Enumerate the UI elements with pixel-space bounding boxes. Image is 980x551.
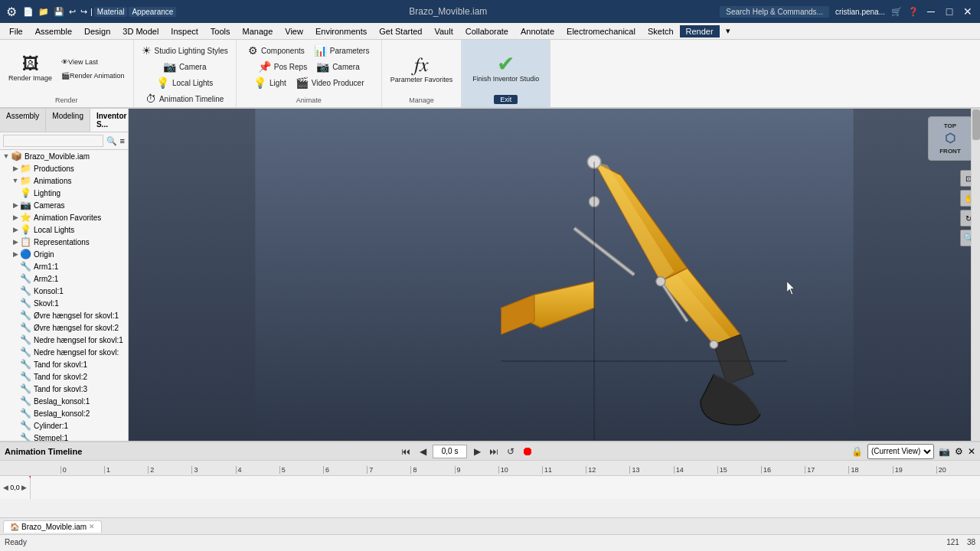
tree-item[interactable]: ▼ 📁 Animations bbox=[0, 174, 128, 187]
tree-expander[interactable]: ▶ bbox=[11, 226, 20, 233]
animation-timeline-btn[interactable]: ⏱ Animation Timeline bbox=[142, 91, 227, 106]
menu-assemble[interactable]: Assemble bbox=[29, 25, 78, 37]
record-btn[interactable]: ⏺ bbox=[521, 445, 534, 458]
tree-expander[interactable]: ▼ bbox=[2, 152, 11, 160]
tree-expander[interactable]: ▶ bbox=[11, 238, 20, 246]
render-image-btn[interactable]: 🖼 Render Image bbox=[5, 46, 56, 92]
components-btn[interactable]: ⚙ Components bbox=[245, 43, 308, 58]
search-bar[interactable]: Search Help & Commands... bbox=[720, 6, 829, 18]
light-btn[interactable]: 💡 Light bbox=[250, 75, 289, 90]
material-dropdown[interactable]: Material bbox=[94, 7, 128, 17]
finish-inventor-studio-btn[interactable]: ✔ Finish Inventor Studio bbox=[466, 52, 545, 84]
tree-item[interactable]: ▶ 📁 Productions bbox=[0, 162, 128, 174]
appearance-dropdown[interactable]: Appearance bbox=[129, 7, 176, 17]
undo-btn[interactable]: ↩ bbox=[67, 7, 77, 17]
play-btn[interactable]: ▶ bbox=[470, 446, 484, 457]
tree-item[interactable]: 🔧 Cylinder:1 bbox=[0, 419, 128, 432]
tree-item[interactable]: 🔧 Øvre hængsel for skovl:1 bbox=[0, 309, 128, 321]
new-btn[interactable]: 📄 bbox=[21, 7, 35, 17]
tree-item[interactable]: 💡 Lighting bbox=[0, 187, 128, 199]
tree-expander[interactable]: ▶ bbox=[11, 201, 20, 209]
tree-item[interactable]: 🔧 Arm1:1 bbox=[0, 260, 128, 272]
menu-extra[interactable]: ▾ bbox=[720, 24, 737, 37]
camera-btn[interactable]: 📷 Camera bbox=[160, 59, 210, 74]
anim-settings-icon[interactable]: ⚙ bbox=[955, 446, 963, 457]
tab-assembly[interactable]: Assembly bbox=[0, 109, 46, 132]
save-btn[interactable]: 💾 bbox=[52, 7, 66, 17]
local-lights-btn[interactable]: 💡 Local Lights bbox=[153, 75, 216, 90]
menu-3dmodel[interactable]: 3D Model bbox=[116, 25, 165, 37]
tree-item[interactable]: 🔧 Nedre hængsel for skovl:1 bbox=[0, 334, 128, 346]
tree-item[interactable]: 🔧 Tand for skovl:3 bbox=[0, 383, 128, 395]
loop-btn[interactable]: ↺ bbox=[504, 446, 518, 457]
tree-expander[interactable]: ▶ bbox=[11, 214, 20, 221]
tree-expander[interactable]: ▶ bbox=[11, 165, 20, 172]
tree-item[interactable]: 🔧 Beslag_konsol:1 bbox=[0, 395, 128, 407]
tree-item[interactable]: ▶ 📷 Cameras bbox=[0, 199, 128, 211]
tree-item[interactable]: 🔧 Øvre hængsel for skovl:2 bbox=[0, 321, 128, 334]
time-dec-btn[interactable]: ◀ bbox=[3, 484, 8, 491]
close-btn[interactable]: ✕ bbox=[962, 5, 974, 18]
scrollbar-thumb[interactable] bbox=[972, 109, 980, 140]
tree-item[interactable]: ▶ 💡 Local Lights bbox=[0, 223, 128, 236]
sidebar-menu-icon[interactable]: ≡ bbox=[120, 136, 125, 145]
menu-file[interactable]: File bbox=[3, 25, 29, 37]
tree-item[interactable]: 🔧 Tand for skovl:1 bbox=[0, 358, 128, 370]
menu-sketch[interactable]: Sketch bbox=[642, 25, 680, 37]
tree-expander[interactable]: ▼ bbox=[11, 177, 20, 184]
tree-item[interactable]: 🔧 Stempel:1 bbox=[0, 432, 128, 441]
menu-design[interactable]: Design bbox=[78, 25, 116, 37]
camera-settings-icon[interactable]: 📷 bbox=[939, 446, 950, 457]
menu-inspect[interactable]: Inspect bbox=[165, 25, 204, 37]
help-icon[interactable]: ❓ bbox=[908, 7, 919, 17]
tab-modeling[interactable]: Modeling bbox=[46, 109, 90, 132]
tree-item[interactable]: ▼ 📦 Brazo_Movible.iam bbox=[0, 150, 128, 162]
menu-collaborate[interactable]: Collaborate bbox=[459, 25, 514, 37]
tree-item[interactable]: 🔧 Konsol:1 bbox=[0, 285, 128, 297]
menu-get-started[interactable]: Get Started bbox=[373, 25, 428, 37]
tree-item[interactable]: ▶ ⭐ Animation Favorites bbox=[0, 211, 128, 223]
tree-item[interactable]: 🔧 Beslag_konsol:2 bbox=[0, 407, 128, 419]
bottom-tab-close[interactable]: ✕ bbox=[89, 523, 95, 530]
pos-reps-btn[interactable]: 📌 Pos Reps bbox=[255, 59, 310, 74]
sidebar-search-input[interactable] bbox=[3, 135, 103, 147]
open-btn[interactable]: 📁 bbox=[37, 7, 51, 17]
parameter-favorites-btn[interactable]: 𝑓𝑥 Parameter Favorites bbox=[387, 46, 457, 92]
sidebar-search-icon[interactable]: 🔍 bbox=[106, 136, 117, 146]
menu-electromechanical[interactable]: Electromechanical bbox=[560, 25, 642, 37]
view-last-btn[interactable]: 👁 View Last bbox=[57, 56, 129, 68]
go-to-start-btn[interactable]: ⏮ bbox=[399, 446, 413, 457]
menu-environments[interactable]: Environments bbox=[309, 25, 373, 37]
menu-tools[interactable]: Tools bbox=[204, 25, 237, 37]
redo-btn[interactable]: ↪ bbox=[79, 7, 89, 17]
anim-close-btn[interactable]: ✕ bbox=[968, 446, 975, 457]
maximize-btn[interactable]: □ bbox=[943, 5, 956, 18]
time-inc-btn[interactable]: ▶ bbox=[21, 484, 27, 491]
menu-annotate[interactable]: Annotate bbox=[514, 25, 560, 37]
tree-item[interactable]: 🔧 Nedre hængsel for skovl: bbox=[0, 346, 128, 358]
menu-manage[interactable]: Manage bbox=[237, 25, 279, 37]
animate-camera-btn[interactable]: 📷 Camera bbox=[313, 59, 363, 74]
tab-inventor-studio[interactable]: Inventor S... bbox=[90, 109, 129, 132]
tree-item[interactable]: ▶ 🔵 Origin bbox=[0, 248, 128, 260]
minimize-btn[interactable]: ─ bbox=[925, 5, 937, 18]
view-select[interactable]: (Current View) bbox=[867, 444, 934, 459]
user-account[interactable]: cristian.pena... bbox=[835, 8, 885, 16]
bottom-tab-file[interactable]: 🏠 Brazo_Movible.iam ✕ bbox=[3, 520, 102, 533]
tree-item[interactable]: 🔧 Skovl:1 bbox=[0, 297, 128, 309]
time-input[interactable]: 0,0 s bbox=[433, 445, 467, 458]
tree-item[interactable]: ▶ 📋 Representations bbox=[0, 236, 128, 248]
menu-vault[interactable]: Vault bbox=[428, 25, 459, 37]
timeline-track-area[interactable] bbox=[31, 476, 980, 499]
parameters-btn[interactable]: 📊 Parameters bbox=[311, 43, 373, 58]
tree-item[interactable]: 🔧 Tand for skovl:2 bbox=[0, 370, 128, 383]
menu-render[interactable]: Render bbox=[680, 25, 720, 37]
cart-icon[interactable]: 🛒 bbox=[891, 7, 902, 17]
tree-item[interactable]: 🔧 Arm2:1 bbox=[0, 272, 128, 285]
nav-cube[interactable]: TOP ⬡ FRONT bbox=[928, 116, 972, 161]
render-animation-btn[interactable]: 🎬 Render Animation bbox=[57, 70, 129, 82]
video-producer-btn[interactable]: 🎬 Video Producer bbox=[292, 75, 368, 90]
menu-view[interactable]: View bbox=[279, 25, 309, 37]
studio-lighting-styles-btn[interactable]: ☀ Studio Lighting Styles bbox=[139, 43, 231, 58]
viewport-scrollbar-v[interactable] bbox=[971, 109, 980, 441]
